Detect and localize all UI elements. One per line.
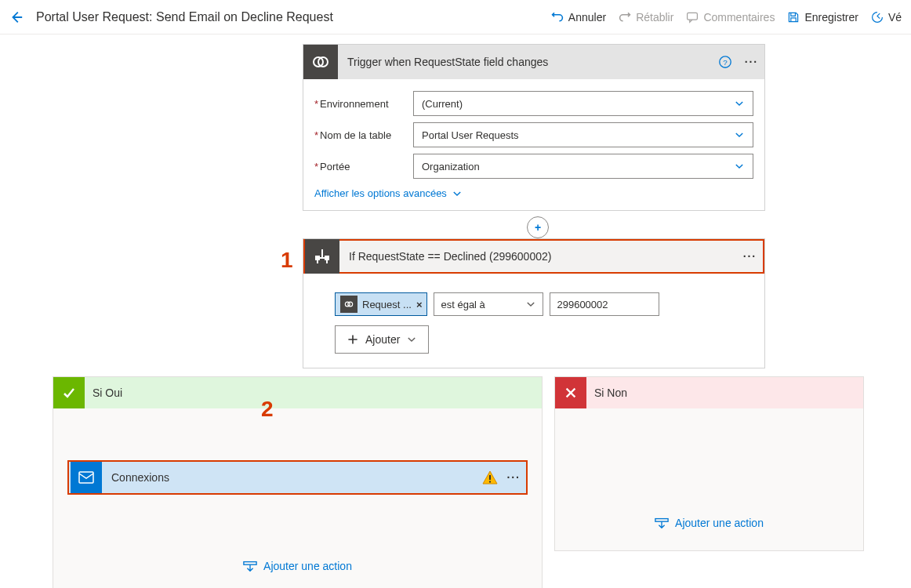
ellipsis-icon: [745, 56, 756, 68]
operator-value: est égal à: [441, 299, 485, 310]
annotation-2: 2: [261, 397, 274, 422]
field-table: *Nom de la table Portal User Requests: [314, 120, 753, 150]
condition-menu-button[interactable]: [735, 250, 763, 263]
table-select[interactable]: Portal User Requests: [413, 122, 753, 147]
env-value: (Current): [422, 98, 463, 110]
trigger-card: Trigger when RequestState field changes …: [303, 44, 765, 211]
branch-no-header: Si Non: [555, 377, 863, 408]
plus-icon: [347, 333, 359, 346]
verify-label: Vé: [888, 11, 902, 24]
page-title: Portal User Request: Send Email on Decli…: [36, 10, 333, 24]
comments-button: Commentaires: [686, 11, 775, 24]
branch-no-title: Si Non: [594, 387, 627, 399]
condition-header[interactable]: If RequestState == Declined (299600002): [303, 239, 764, 274]
env-label: Environnement: [320, 98, 388, 110]
redo-icon: [619, 11, 631, 24]
chevron-down-icon: [734, 129, 745, 140]
scope-label: Portée: [320, 161, 350, 172]
chevron-down-icon: [734, 161, 745, 172]
condition-icon: [305, 239, 339, 274]
table-label: Nom de la table: [320, 129, 391, 141]
arrow-left-icon: [9, 10, 24, 24]
comment-icon: [686, 11, 699, 24]
table-value: Portal User Requests: [422, 129, 519, 141]
operator-select[interactable]: est égal à: [434, 292, 543, 316]
add-action-yes[interactable]: Ajouter une action: [243, 559, 352, 573]
comments-label: Commentaires: [703, 11, 775, 24]
env-select[interactable]: (Current): [413, 91, 753, 116]
branch-no: Si Non Ajouter une action: [554, 376, 864, 551]
condition-title: If RequestState == Declined (299600002): [349, 250, 735, 263]
ellipsis-icon: [743, 250, 754, 263]
back-button[interactable]: [9, 10, 24, 24]
token-remove-button[interactable]: ×: [416, 299, 423, 310]
branch-yes: Si Oui Connexions Ajouter une action: [53, 376, 543, 588]
connections-menu-button[interactable]: [507, 471, 518, 484]
insert-step-button[interactable]: +: [527, 216, 549, 238]
condition-expression-row: Request ... × est égal à 299600002: [335, 292, 659, 316]
scope-value: Organization: [422, 161, 480, 172]
svg-rect-13: [655, 519, 668, 522]
save-label: Enregistrer: [804, 11, 858, 24]
add-condition-label: Ajouter: [365, 333, 400, 346]
ellipsis-icon: [507, 471, 518, 484]
connections-card[interactable]: Connexions: [67, 460, 528, 495]
branch-yes-title: Si Oui: [93, 387, 122, 399]
add-action-yes-label: Ajouter une action: [263, 560, 352, 572]
save-icon: [787, 11, 800, 24]
verify-button[interactable]: Vé: [871, 11, 902, 24]
add-condition-button[interactable]: Ajouter: [335, 325, 429, 354]
field-environment: *Environnement (Current): [314, 89, 753, 118]
outlook-icon: [71, 462, 102, 493]
chevron-down-icon: [734, 98, 745, 109]
redo-label: Rétablir: [636, 11, 673, 24]
help-icon[interactable]: ?: [714, 55, 736, 69]
svg-text:?: ?: [723, 58, 728, 67]
add-action-icon: [655, 516, 669, 530]
svg-rect-0: [688, 13, 698, 20]
branch-yes-header: Si Oui: [53, 377, 542, 408]
check-icon: [53, 377, 85, 408]
flow-canvas: Trigger when RequestState field changes …: [0, 34, 911, 588]
trigger-header[interactable]: Trigger when RequestState field changes …: [303, 45, 764, 79]
comparison-value: 299600002: [557, 299, 608, 310]
undo-icon: [551, 11, 564, 24]
chevron-down-icon: [406, 334, 417, 345]
add-action-no[interactable]: Ajouter une action: [655, 516, 764, 530]
annotation-1: 1: [281, 248, 293, 273]
close-icon: [555, 377, 586, 408]
advanced-label: Afficher les options avancées: [314, 187, 447, 199]
connections-label: Connexions: [111, 471, 482, 484]
scope-select[interactable]: Organization: [413, 154, 753, 179]
add-action-no-label: Ajouter une action: [675, 517, 764, 529]
chevron-down-icon: [452, 188, 463, 199]
add-action-icon: [243, 559, 257, 573]
condition-card: If RequestState == Declined (299600002) …: [303, 238, 765, 368]
svg-rect-9: [79, 472, 93, 483]
warning-icon: [482, 470, 498, 485]
svg-rect-12: [244, 562, 256, 565]
comparison-value-input[interactable]: 299600002: [550, 292, 659, 316]
flow-checker-icon: [871, 11, 884, 24]
token-label: Request ...: [362, 299, 412, 310]
dynamic-token-requeststate[interactable]: Request ... ×: [335, 292, 427, 316]
svg-rect-11: [489, 481, 491, 483]
redo-button: Rétablir: [619, 11, 673, 24]
undo-label: Annuler: [568, 11, 606, 24]
svg-rect-10: [489, 475, 491, 480]
field-scope: *Portée Organization: [314, 151, 753, 181]
dataverse-icon: [340, 296, 358, 313]
trigger-title: Trigger when RequestState field changes: [347, 56, 714, 68]
save-button[interactable]: Enregistrer: [787, 11, 858, 24]
trigger-menu-button[interactable]: [736, 56, 764, 68]
advanced-options-link[interactable]: Afficher les options avancées: [314, 187, 753, 199]
command-bar: Portal User Request: Send Email on Decli…: [0, 0, 911, 34]
undo-button[interactable]: Annuler: [551, 11, 606, 24]
dataverse-icon: [303, 45, 338, 79]
chevron-down-icon: [525, 299, 536, 310]
